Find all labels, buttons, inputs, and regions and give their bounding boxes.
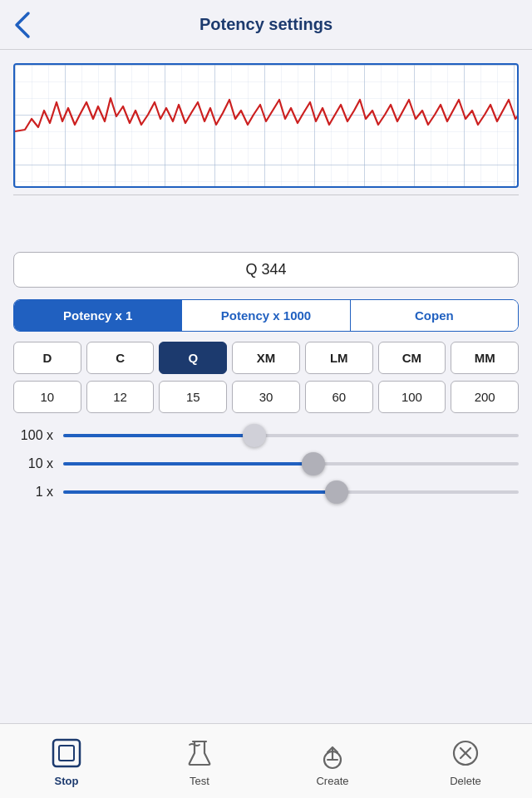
test-icon [181,735,218,771]
stop-icon [48,735,85,771]
number-btn-15[interactable]: 15 [159,381,227,413]
number-btn-100[interactable]: 100 [378,381,446,413]
number-btn-12[interactable]: 12 [86,381,155,413]
potency-tab-group: Potency x 1 Potency x 1000 Copen [13,299,519,332]
number-btn-10[interactable]: 10 [13,381,81,413]
create-icon [314,735,351,771]
letter-btn-D[interactable]: D [13,342,81,374]
tab-bar: Stop Test Create [0,723,532,798]
letter-btn-LM[interactable]: LM [305,342,373,374]
slider-row-10x: 10 x [13,456,519,471]
waveform-chart [13,63,519,188]
tab-label-create: Create [316,775,348,787]
slider-row-1x: 1 x [13,485,519,500]
slider-fill-100x [63,434,254,437]
slider-fill-1x [63,490,337,494]
number-btn-200[interactable]: 200 [451,381,519,413]
tab-label-test: Test [190,775,209,787]
tab-item-test[interactable]: Test [166,735,233,787]
letter-btn-Q[interactable]: Q [159,342,227,374]
slider-label-100x: 100 x [13,428,53,443]
divider [13,195,519,195]
slider-row-100x: 100 x [13,428,519,443]
number-btn-30[interactable]: 30 [232,381,300,413]
back-button[interactable] [13,10,47,40]
slider-track-1x[interactable] [63,490,519,494]
tab-label-stop: Stop [55,775,79,787]
letter-button-group: D C Q XM LM CM MM [13,342,519,374]
number-btn-60[interactable]: 60 [305,381,373,413]
q-value-display: Q 344 [13,252,519,288]
slider-label-1x: 1 x [13,485,53,500]
slider-track-100x[interactable] [63,434,519,437]
svg-rect-1 [15,65,517,186]
tab-item-create[interactable]: Create [299,735,366,787]
slider-thumb-1x[interactable] [325,480,348,504]
letter-btn-CM[interactable]: CM [378,342,446,374]
svg-rect-3 [59,746,74,761]
potency-tab-copen[interactable]: Copen [351,300,518,331]
letter-btn-XM[interactable]: XM [232,342,300,374]
letter-btn-C[interactable]: C [86,342,155,374]
number-button-group: 10 12 15 30 60 100 200 [13,381,519,413]
slider-track-10x[interactable] [63,462,519,466]
tab-item-stop[interactable]: Stop [33,735,100,787]
page-title: Potency settings [47,15,485,34]
slider-thumb-100x[interactable] [243,424,266,447]
header: Potency settings [0,0,532,50]
slider-fill-10x [63,462,313,466]
tab-label-delete: Delete [450,775,481,787]
potency-tab-x1000[interactable]: Potency x 1000 [182,300,350,331]
svg-rect-2 [53,740,80,766]
slider-label-10x: 10 x [13,456,53,471]
tab-item-delete[interactable]: Delete [432,735,499,787]
delete-icon [447,735,484,771]
potency-tab-x1[interactable]: Potency x 1 [14,300,182,331]
slider-thumb-10x[interactable] [302,452,325,475]
letter-btn-MM[interactable]: MM [451,342,519,374]
